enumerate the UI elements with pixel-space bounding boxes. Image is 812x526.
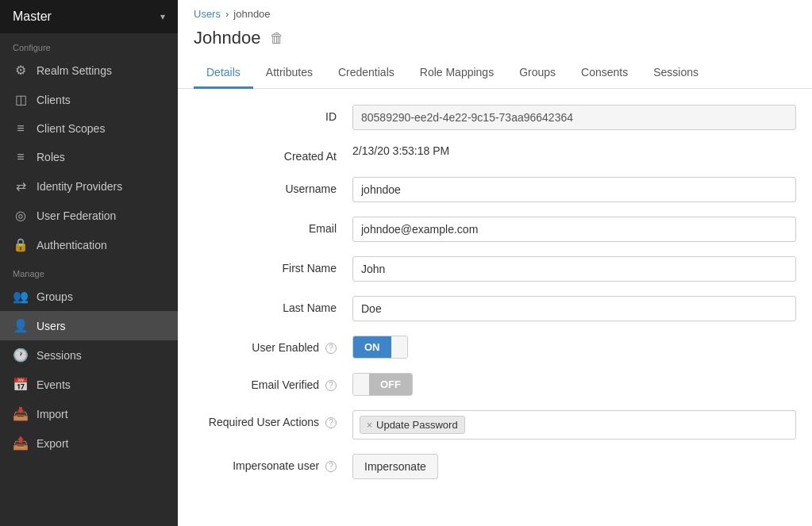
sidebar-item-label: Import: [37, 408, 68, 420]
breadcrumb-parent[interactable]: Users: [194, 8, 221, 20]
sidebar-item-identity-providers[interactable]: ⇄ Identity Providers: [0, 171, 178, 201]
sidebar-item-events[interactable]: 📅 Events: [0, 370, 178, 399]
sidebar-item-label: Identity Providers: [37, 180, 122, 193]
tab-groups[interactable]: Groups: [506, 58, 568, 89]
tab-details[interactable]: Details: [194, 58, 253, 89]
sidebar-item-users[interactable]: 👤 Users: [0, 311, 178, 340]
required-actions-input[interactable]: × Update Password: [352, 410, 796, 440]
realm-name: Master: [13, 10, 52, 24]
sidebar-item-import[interactable]: 📥 Import: [0, 399, 178, 428]
created-at-label: Created At: [194, 144, 352, 163]
email-verified-toggle: OFF: [352, 373, 796, 396]
events-icon: 📅: [13, 377, 29, 392]
created-at-row: Created At 2/13/20 3:53:18 PM: [194, 144, 796, 163]
username-row: Username: [194, 177, 796, 202]
first-name-label: First Name: [194, 256, 352, 275]
sidebar-item-realm-settings[interactable]: ⚙ Realm Settings: [0, 56, 178, 85]
identity-providers-icon: ⇄: [13, 179, 29, 194]
sidebar-item-groups[interactable]: 👥 Groups: [0, 282, 178, 311]
last-name-row: Last Name: [194, 296, 796, 321]
sidebar-item-client-scopes[interactable]: ≡ Client Scopes: [0, 114, 178, 143]
first-name-field[interactable]: [352, 256, 796, 282]
tab-attributes[interactable]: Attributes: [253, 58, 325, 89]
impersonate-control: Impersonate: [352, 454, 796, 479]
required-action-tag: × Update Password: [360, 416, 465, 434]
email-verified-help-icon[interactable]: ?: [325, 380, 337, 391]
required-actions-label: Required User Actions ?: [194, 410, 352, 428]
user-enabled-control: ON: [352, 336, 796, 359]
sidebar-item-label: Clients: [37, 94, 71, 106]
tab-sessions[interactable]: Sessions: [641, 58, 711, 89]
email-verified-off[interactable]: OFF: [369, 374, 412, 395]
email-verified-toggle-switch[interactable]: OFF: [352, 373, 413, 396]
email-label: Email: [194, 217, 352, 235]
user-enabled-help-icon[interactable]: ?: [325, 343, 337, 354]
manage-section-label: Manage: [0, 259, 178, 282]
first-name-control: [352, 256, 796, 282]
tag-remove-icon[interactable]: ×: [367, 420, 372, 431]
sidebar-item-authentication[interactable]: 🔒 Authentication: [0, 230, 178, 259]
sidebar-item-roles[interactable]: ≡ Roles: [0, 143, 178, 171]
clients-icon: ◫: [13, 92, 29, 107]
sessions-icon: 🕐: [13, 347, 29, 363]
user-enabled-toggle: ON: [352, 336, 796, 359]
delete-user-button[interactable]: 🗑: [270, 30, 284, 47]
tag-label: Update Password: [376, 419, 458, 431]
sidebar-item-label: Export: [37, 437, 68, 450]
email-control: [352, 217, 796, 242]
sidebar-item-label: Sessions: [37, 349, 82, 362]
configure-section-label: Configure: [0, 33, 178, 56]
sidebar-item-label: User Federation: [37, 209, 116, 222]
breadcrumb-current: johndoe: [233, 8, 270, 20]
created-at-control: 2/13/20 3:53:18 PM: [352, 144, 796, 157]
tab-credentials[interactable]: Credentials: [325, 58, 407, 89]
id-control: [352, 105, 796, 130]
export-icon: 📤: [13, 436, 29, 451]
email-verified-on-part[interactable]: [353, 374, 369, 395]
breadcrumb-separator: ›: [225, 8, 229, 20]
client-scopes-icon: ≡: [13, 121, 29, 136]
sidebar-item-sessions[interactable]: 🕐 Sessions: [0, 340, 178, 370]
sidebar-item-label: Events: [37, 378, 71, 391]
email-row: Email: [194, 217, 796, 242]
impersonate-label: Impersonate user ?: [194, 454, 352, 472]
sidebar-item-label: Client Scopes: [37, 122, 105, 135]
sidebar-item-label: Authentication: [37, 239, 107, 251]
last-name-control: [352, 296, 796, 321]
main-content: Users › johndoe Johndoe 🗑 Details Attrib…: [178, 0, 812, 526]
lock-icon: 🔒: [13, 237, 29, 252]
email-field[interactable]: [352, 217, 796, 242]
gear-icon: ⚙: [13, 63, 29, 78]
sidebar-item-export[interactable]: 📤 Export: [0, 428, 178, 458]
user-enabled-on[interactable]: ON: [353, 336, 391, 358]
required-actions-help-icon[interactable]: ?: [325, 417, 337, 428]
required-actions-control: × Update Password: [352, 410, 796, 440]
sidebar-item-label: Realm Settings: [37, 64, 112, 77]
created-at-value: 2/13/20 3:53:18 PM: [352, 139, 449, 157]
email-verified-label: Email Verified ?: [194, 373, 352, 391]
last-name-field[interactable]: [352, 296, 796, 321]
sidebar: Master ▾ Configure ⚙ Realm Settings ◫ Cl…: [0, 0, 178, 526]
impersonate-row: Impersonate user ? Impersonate: [194, 454, 796, 479]
user-federation-icon: ◎: [13, 208, 29, 223]
impersonate-button[interactable]: Impersonate: [352, 454, 438, 479]
user-icon: 👤: [13, 318, 29, 333]
impersonate-help-icon[interactable]: ?: [325, 461, 337, 472]
id-label: ID: [194, 105, 352, 123]
sidebar-item-user-federation[interactable]: ◎ User Federation: [0, 201, 178, 230]
tab-role-mappings[interactable]: Role Mappings: [407, 58, 506, 89]
username-field[interactable]: [352, 177, 796, 202]
sidebar-item-clients[interactable]: ◫ Clients: [0, 85, 178, 114]
groups-icon: 👥: [13, 289, 29, 304]
user-enabled-label: User Enabled ?: [194, 336, 352, 354]
user-enabled-toggle-switch[interactable]: ON: [352, 336, 408, 359]
realm-chevron: ▾: [160, 11, 165, 22]
sidebar-item-label: Users: [37, 320, 66, 332]
user-enabled-off-part[interactable]: [391, 336, 407, 358]
page-header: Johndoe 🗑: [178, 28, 812, 58]
username-control: [352, 177, 796, 202]
tab-consents[interactable]: Consents: [568, 58, 641, 89]
breadcrumb: Users › johndoe: [178, 0, 812, 28]
id-field: [352, 105, 796, 130]
realm-selector[interactable]: Master ▾: [0, 0, 178, 33]
